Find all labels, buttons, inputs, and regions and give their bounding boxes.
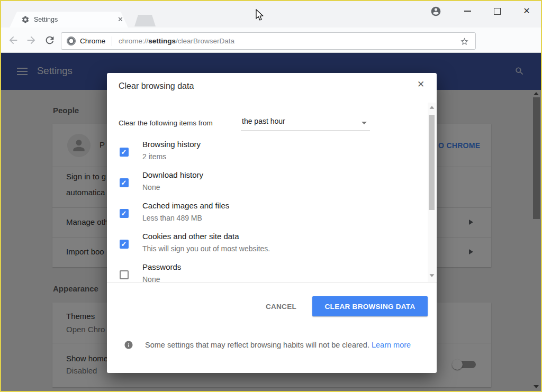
omnibox[interactable]: Chrome chrome://settings/clearBrowserDat… [61, 32, 476, 50]
footer-message: Some settings that may reflect browsing … [145, 341, 369, 349]
url-scheme: chrome:// [119, 37, 148, 45]
tab-strip: Settings ✕ ✕ [1, 1, 541, 28]
browser-window: Settings ✕ ✕ Chrome chrome://settings/cl… [0, 0, 542, 392]
bookmark-star-icon[interactable] [460, 37, 469, 46]
item-detail: None [142, 183, 160, 192]
new-tab-button[interactable] [134, 15, 156, 26]
dialog-scroll-down-icon[interactable] [429, 274, 434, 277]
list-item-download-history: Download history None [107, 167, 427, 198]
item-label: Browsing history [142, 140, 201, 149]
dialog-scroll-up-icon[interactable] [429, 106, 434, 108]
tab-title: Settings [34, 16, 58, 23]
learn-more-link[interactable]: Learn more [372, 341, 411, 349]
close-window-icon: ✕ [523, 7, 530, 15]
browser-toolbar: Chrome chrome://settings/clearBrowserDat… [1, 28, 541, 53]
checkbox-download-history[interactable] [120, 178, 129, 187]
list-item-passwords: Passwords None [107, 259, 427, 282]
maximize-button[interactable] [489, 4, 505, 18]
reload-button[interactable] [44, 34, 56, 46]
dialog-close-icon[interactable]: ✕ [417, 79, 424, 90]
tab-settings[interactable]: Settings ✕ [10, 12, 128, 28]
item-detail: None [142, 275, 160, 282]
back-button[interactable] [7, 34, 19, 46]
item-label: Download history [142, 170, 203, 179]
chrome-logo-icon [67, 37, 76, 45]
list-item-cached-images: Cached images and files Less than 489 MB [107, 198, 427, 229]
item-detail: Less than 489 MB [142, 214, 202, 222]
dialog-title: Clear browsing data [119, 81, 194, 91]
url-text[interactable]: chrome://settings/clearBrowserData [119, 37, 234, 45]
list-item-browsing-history: Browsing history 2 items [107, 136, 427, 167]
item-label: Passwords [142, 262, 181, 271]
site-chip-label: Chrome [80, 37, 105, 45]
checkbox-cookies[interactable] [120, 240, 129, 249]
dialog-scrollbar[interactable] [428, 103, 436, 282]
checkbox-browsing-history[interactable] [120, 148, 129, 157]
footer-note: Some settings that may reflect browsing … [145, 339, 422, 351]
settings-gear-favicon [21, 15, 30, 24]
maximize-icon [494, 8, 501, 15]
clear-browsing-data-dialog: Clear browsing data ✕ Clear the followin… [107, 73, 437, 373]
minimize-button[interactable] [459, 4, 475, 18]
clear-browsing-data-button[interactable]: CLEAR BROWSING DATA [312, 296, 428, 316]
profile-button[interactable] [428, 4, 444, 18]
item-detail: This will sign you out of most websites. [142, 244, 270, 253]
timeframe-select[interactable]: the past hour [241, 115, 370, 131]
item-label: Cookies and other site data [142, 232, 239, 241]
url-host: settings [148, 37, 176, 45]
checkbox-cached-images[interactable] [120, 209, 129, 218]
minimize-icon [464, 11, 471, 12]
profile-icon [430, 6, 441, 17]
data-types-list: Browsing history 2 items Download histor… [107, 136, 427, 282]
checkbox-passwords[interactable] [120, 270, 129, 279]
dropdown-arrow-icon [362, 122, 367, 124]
close-window-button[interactable]: ✕ [519, 4, 535, 18]
list-bottom-divider [107, 282, 437, 282]
cancel-button[interactable]: CANCEL [257, 298, 305, 315]
tab-close-icon[interactable]: ✕ [118, 15, 123, 24]
info-icon [124, 340, 133, 350]
dialog-scrollbar-thumb[interactable] [429, 115, 435, 210]
omnibox-separator [112, 37, 112, 46]
list-item-cookies: Cookies and other site data This will si… [107, 229, 427, 259]
url-path: /clearBrowserData [176, 37, 234, 45]
timeframe-value: the past hour [242, 117, 285, 125]
mouse-cursor [256, 9, 265, 22]
item-detail: 2 items [142, 152, 166, 161]
item-label: Cached images and files [142, 201, 229, 210]
timeframe-label: Clear the following items from [119, 119, 213, 127]
forward-button[interactable] [25, 34, 37, 46]
